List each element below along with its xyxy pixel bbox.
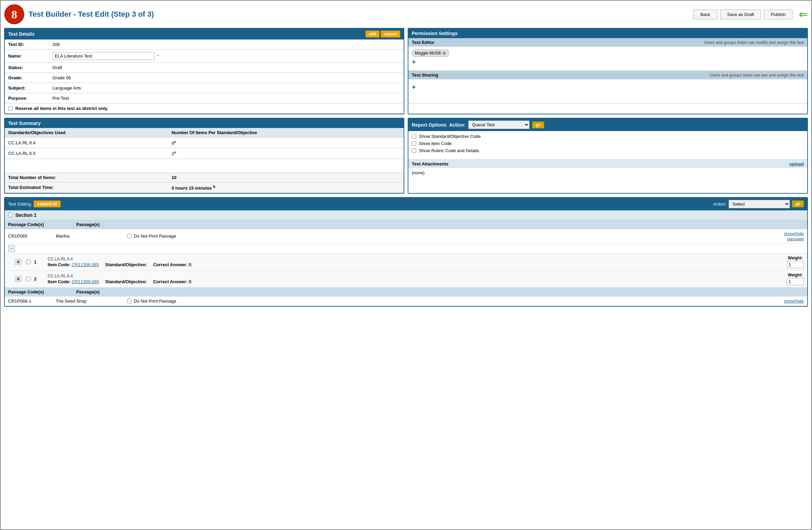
user-tag-name: Maggie McGill (415, 51, 441, 56)
items-1: 2a (168, 148, 404, 159)
svg-text:8: 8 (12, 8, 17, 21)
collapse-button[interactable]: − (8, 245, 15, 252)
passage-name-martha: Martha (56, 233, 124, 239)
item-1-standard-value: CC.LA.RL.6.4 (48, 257, 783, 261)
test-id-label: Test ID: (5, 40, 49, 50)
item-2-details: CC.LA.RL.6.4 Item Code: CR11359.065 Stan… (48, 274, 783, 284)
report-options-title: Report Options (412, 122, 447, 128)
reserve-cell: Reserve all items in this test as distri… (5, 103, 404, 114)
test-sharing-title: Test Sharing (412, 72, 438, 77)
summary-spacer (5, 159, 404, 173)
add-sharing-button[interactable]: + (412, 83, 804, 91)
item-1-weight-label: Weight: (788, 256, 803, 260)
item-2-weight-label: Weight: (788, 273, 803, 277)
test-summary-title: Test Summary (8, 120, 41, 126)
attachments-section: Test Attachments upload (none) (408, 159, 807, 177)
page-wrapper: 8 Test Builder - Test Edit (Step 3 of 3)… (0, 0, 812, 530)
item-2-answer-label: Correct Answer: (153, 279, 189, 284)
test-details-header: Test Details edit export (5, 29, 404, 40)
publish-button[interactable]: Publish (764, 10, 793, 19)
report-action-select[interactable]: Queue Test (468, 120, 530, 129)
test-sharing-body: + (408, 79, 807, 103)
test-details-actions: edit export (365, 31, 400, 38)
passage-row-cr1p065: CR1P065 Martha Do Not Print Passage show… (5, 229, 807, 244)
permission-settings-panel: Permission Settings Test Editor Users an… (408, 28, 808, 114)
total-items-row: Total Number of Items: 10 (5, 173, 404, 182)
collapse-row: − (5, 244, 807, 254)
item-1-num: 1 (34, 259, 44, 264)
test-editing-panel: Test Editing expand all Action: Select g… (4, 197, 808, 307)
editing-action-select[interactable]: Select (729, 200, 790, 208)
item-2-checkbox[interactable] (26, 277, 31, 281)
report-go-button[interactable]: go (532, 121, 544, 128)
status-value: Draft (49, 63, 404, 73)
total-time-label: Total Estimated Time: (5, 182, 168, 193)
item-1-code-link[interactable]: CR11356.065 (72, 262, 99, 267)
reserve-label[interactable]: Reserve all items in this test as distri… (8, 106, 400, 111)
passage-col-label: Passage(s) (76, 222, 804, 227)
passage-col-label-2: Passage(s) (76, 289, 804, 295)
item-1-weight-input[interactable] (787, 261, 804, 268)
required-star: * (157, 54, 159, 59)
edit-button[interactable]: edit (365, 31, 379, 38)
attachments-label: Test Attachments (412, 161, 449, 167)
passage-code-col-label-2: Passage Code(s) (8, 289, 76, 295)
attachments-value: (none) (412, 170, 425, 175)
item-2-num: 2 (34, 276, 44, 282)
user-tag-maggie: Maggie McGill ⊗ (412, 49, 449, 57)
page-title: Test Builder - Test Edit (Step 3 of 3) (29, 10, 693, 19)
remove-user-icon[interactable]: ⊗ (442, 51, 446, 56)
item-2-weight-input[interactable] (787, 278, 804, 285)
save-as-draft-button[interactable]: Save as Draft (720, 10, 761, 19)
checkbox-item-code[interactable] (412, 141, 416, 146)
standard-0: CC.LA.RL.6.4 (5, 138, 168, 148)
test-details-body: Test ID: 206 Name: * Status: Draft (5, 40, 404, 114)
name-input[interactable] (53, 52, 155, 60)
checkbox-rubric[interactable] (412, 148, 416, 153)
main-grid: Test Details edit export Test ID: 206 Na… (4, 28, 808, 114)
expand-all-button[interactable]: expand all (34, 200, 61, 207)
passage-name-seed-shop: The Seed Shop (56, 299, 124, 304)
show-hide-link-1[interactable]: show/hidepassage (784, 231, 804, 241)
grade-row: Grade: Grade 06 (5, 73, 404, 83)
item-2-expand[interactable]: ⊞ (15, 276, 21, 282)
passage-code-header-1: Passage Code(s) Passage(s) (5, 220, 807, 229)
second-row-grid: Test Summary Standards/Objectives Used N… (4, 118, 808, 194)
do-not-print-cell-1: Do Not Print Passage (127, 233, 780, 239)
reserve-checkbox[interactable] (8, 106, 13, 111)
item-2-code-label: Item Code: (48, 279, 72, 284)
test-summary-panel: Test Summary Standards/Objectives Used N… (4, 118, 404, 194)
report-options-body: Show Standard/Objective Code Show Item C… (408, 131, 807, 177)
permission-settings-body: Test Editor Users and groups listed can … (408, 38, 807, 103)
do-not-print-checkbox-1[interactable] (127, 234, 132, 238)
item-1-checkbox[interactable] (26, 260, 31, 264)
total-time-value: 0 hours 15 minutes b (168, 182, 404, 193)
header-buttons: Back Save as Draft Publish ⇐ (693, 8, 808, 21)
add-editor-button[interactable]: + (412, 58, 804, 66)
test-id-value: 206 (49, 40, 404, 50)
export-button[interactable]: export (381, 31, 400, 38)
test-editor-desc: Users and groups listed can modify and a… (704, 40, 804, 45)
report-header-content: Report Options Action: Queue Test go (412, 120, 544, 129)
checkbox-standard-label[interactable]: Show Standard/Objective Code (412, 134, 804, 139)
upload-link[interactable]: upload (789, 161, 804, 167)
section-1-checkbox[interactable] (8, 213, 13, 217)
show-hide-link-2[interactable]: show/hide (784, 299, 804, 304)
col-standards: Standards/Objectives Used (5, 128, 168, 138)
checkbox-standard[interactable] (412, 134, 416, 139)
test-sharing-desc: Users and groups listed can see and assi… (710, 73, 804, 77)
editing-title-area: Test Editing expand all (8, 200, 61, 207)
do-not-print-checkbox-2[interactable] (127, 299, 132, 303)
back-button[interactable]: Back (693, 10, 717, 19)
checkbox-rubric-label[interactable]: Show Rubric Code and Details (412, 148, 804, 153)
checkbox-item-code-label[interactable]: Show Item Code (412, 141, 804, 146)
test-editing-header: Test Editing expand all Action: Select g… (5, 198, 807, 210)
purpose-value: Pre-Test (49, 93, 404, 103)
item-2-code-link[interactable]: CR11359.065 (72, 279, 99, 284)
test-editing-title: Test Editing (8, 201, 31, 206)
item-1-standard-label: Standard/Objective: (105, 262, 148, 267)
editing-go-button[interactable]: go (792, 200, 804, 207)
item-1-expand[interactable]: ⊞ (15, 259, 21, 265)
purpose-label: Purpose: (5, 93, 49, 103)
permission-settings-header: Permission Settings (408, 29, 807, 38)
